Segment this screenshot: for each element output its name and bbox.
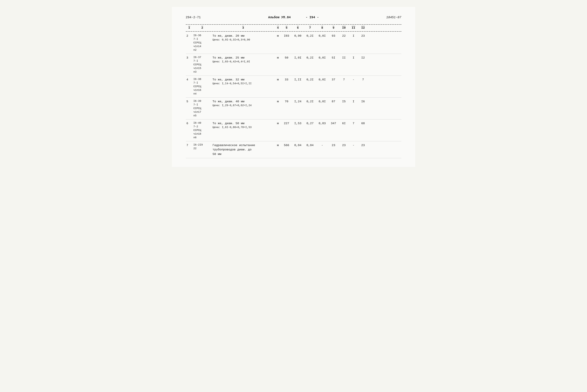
row-c12: 23 bbox=[358, 34, 368, 38]
doc-code: 18451-07 bbox=[386, 16, 401, 19]
row-desc: То же, диам. 20 мм Цена: 0,9I-0,3I+0,3=0… bbox=[212, 34, 274, 42]
col-header-10: I0 bbox=[339, 26, 349, 30]
row-c10: 23 bbox=[339, 143, 349, 148]
row-c12: 7 bbox=[358, 78, 368, 82]
col-header-9: 9 bbox=[328, 26, 339, 30]
row-desc: То же, диам. 32 мм Цена: I,I4-0,54+0,5I=… bbox=[212, 78, 274, 86]
row-c11: 7 bbox=[349, 121, 358, 126]
col-header-6: 6 bbox=[292, 26, 304, 30]
row-unit: м bbox=[274, 56, 281, 60]
row-c10: 7 bbox=[339, 78, 349, 82]
row-code: I6-367-IССРСЦч1п14п2 bbox=[193, 34, 212, 52]
row-unit: м bbox=[274, 99, 281, 104]
row-c8: 0,03 bbox=[316, 121, 328, 126]
row-c11: I bbox=[349, 34, 358, 38]
main-table: I 2 3 4 5 6 7 8 9 I0 II I2 2 I6-367-IССР… bbox=[186, 24, 401, 158]
row-c7: 0,2I bbox=[304, 34, 316, 38]
page-number: - I94 - bbox=[306, 16, 319, 19]
row-c8: 0,0I bbox=[316, 34, 328, 38]
col-header-2: 2 bbox=[193, 26, 212, 30]
row-c6: I,53 bbox=[292, 121, 304, 126]
column-headers: I 2 3 4 5 6 7 8 9 I0 II I2 bbox=[186, 24, 401, 32]
row-c5: 50 bbox=[281, 56, 292, 60]
row-code: I6-377-IССРСЦч1п15п3 bbox=[193, 56, 212, 74]
row-num: 6 bbox=[186, 121, 193, 126]
row-c8: 0,0I bbox=[316, 78, 328, 82]
row-c5: 566 bbox=[281, 143, 292, 148]
row-unit: м bbox=[274, 34, 281, 38]
table-row: 6 I6-407-2ССРСЦч1п18п6 То же, диам. 50 м… bbox=[186, 120, 401, 142]
row-c6: 0,04 bbox=[292, 143, 304, 148]
page-header: 294-2-71 Альбом УП.84 - I94 - 18451-07 bbox=[186, 16, 401, 19]
row-c9: 347 bbox=[328, 121, 339, 126]
row-desc: То же, диам. 50 мм Цена: I,6I-0,86+0,78=… bbox=[212, 121, 274, 130]
row-num: 7 bbox=[186, 143, 193, 148]
row-c9: 93 bbox=[328, 34, 339, 38]
row-c12: 23 bbox=[358, 143, 368, 148]
row-c8: 0,0I bbox=[316, 56, 328, 60]
row-unit: м bbox=[274, 78, 281, 82]
page: 294-2-71 Альбом УП.84 - I94 - 18451-07 I… bbox=[172, 7, 415, 167]
album-num: 84 bbox=[287, 16, 291, 19]
table-row: 7 I6-2I922 Гидравлическое испытаниетрубо… bbox=[186, 142, 401, 158]
row-c11: - bbox=[349, 78, 358, 82]
col-header-12: I2 bbox=[358, 26, 368, 30]
row-desc: Гидравлическое испытаниетрубопроводов ди… bbox=[212, 143, 274, 156]
row-code: I6-407-2ССРСЦч1п18п6 bbox=[193, 121, 212, 140]
row-desc: То же, диам. 25 мм Цена: I,03-0,42+0,4=I… bbox=[212, 56, 274, 64]
row-c8: - bbox=[316, 143, 328, 148]
row-c7: 0,2I bbox=[304, 78, 316, 82]
row-c11: I bbox=[349, 99, 358, 104]
row-c6: 0,90 bbox=[292, 34, 304, 38]
row-c12: I2 bbox=[358, 56, 368, 60]
row-c9: 5I bbox=[328, 56, 339, 60]
album-title: Альбом УП.84 - I94 - bbox=[268, 16, 319, 19]
row-c8: 0,0I bbox=[316, 99, 328, 104]
col-header-7: 7 bbox=[304, 26, 316, 30]
row-num: 5 bbox=[186, 99, 193, 104]
row-c10: I5 bbox=[339, 99, 349, 104]
row-c7: 0,04 bbox=[304, 143, 316, 148]
row-c5: 227 bbox=[281, 121, 292, 126]
row-code: I6-387-IССРСЦч1п16п4 bbox=[193, 78, 212, 96]
row-c6: I,24 bbox=[292, 99, 304, 104]
row-c7: 0,27 bbox=[304, 121, 316, 126]
row-desc: То же, диам. 40 мм Цена: I,29-0,67+0,62=… bbox=[212, 99, 274, 108]
row-c7: 0,2I bbox=[304, 99, 316, 104]
row-c6: I,II bbox=[292, 78, 304, 82]
row-c5: 70 bbox=[281, 99, 292, 104]
row-c6: I,0I bbox=[292, 56, 304, 60]
col-header-5: 5 bbox=[281, 26, 292, 30]
row-c10: 22 bbox=[339, 34, 349, 38]
row-c10: II bbox=[339, 56, 349, 60]
row-c5: I03 bbox=[281, 34, 292, 38]
row-c11: I bbox=[349, 56, 358, 60]
row-c12: 68 bbox=[358, 121, 368, 126]
row-unit: м bbox=[274, 121, 281, 126]
row-num: 4 bbox=[186, 78, 193, 82]
table-row: 2 I6-367-IССРСЦч1п14п2 То же, диам. 20 м… bbox=[186, 32, 401, 54]
col-header-4: 4 bbox=[274, 26, 281, 30]
col-header-8: 8 bbox=[316, 26, 328, 30]
col-header-1: I bbox=[186, 26, 193, 30]
table-row: 5 I6-397-IССРСЦч1п17п5 То же, диам. 40 м… bbox=[186, 98, 401, 120]
row-c9: 37 bbox=[328, 78, 339, 82]
row-num: 2 bbox=[186, 34, 193, 38]
col-header-11: II bbox=[349, 26, 358, 30]
row-num: 3 bbox=[186, 56, 193, 60]
row-c5: 33 bbox=[281, 78, 292, 82]
row-c12: I6 bbox=[358, 99, 368, 104]
col-header-3: 3 bbox=[212, 26, 274, 30]
album-label: Альбом УП. bbox=[268, 16, 287, 19]
row-c7: 0,2I bbox=[304, 56, 316, 60]
row-c9: 23 bbox=[328, 143, 339, 148]
row-code: I6-2I922 bbox=[193, 143, 212, 150]
row-c11: - bbox=[349, 143, 358, 148]
table-row: 3 I6-377-IССРСЦч1п15п3 То же, диам. 25 м… bbox=[186, 54, 401, 76]
table-body: 2 I6-367-IССРСЦч1п14п2 То же, диам. 20 м… bbox=[186, 32, 401, 158]
row-code: I6-397-IССРСЦч1п17п5 bbox=[193, 99, 212, 118]
table-row: 4 I6-387-IССРСЦч1п16п4 То же, диам. 32 м… bbox=[186, 76, 401, 98]
row-c9: 87 bbox=[328, 99, 339, 104]
doc-number: 294-2-71 bbox=[186, 16, 201, 19]
row-c10: 6I bbox=[339, 121, 349, 126]
